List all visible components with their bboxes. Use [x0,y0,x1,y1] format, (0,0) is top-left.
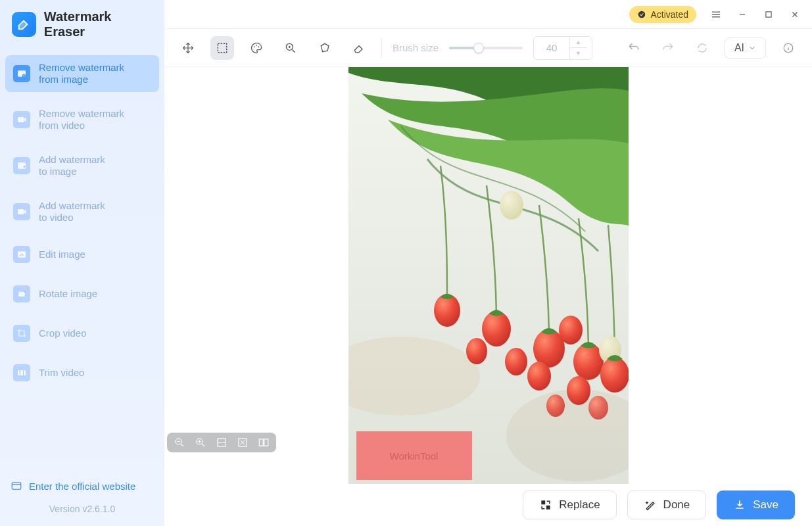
app-logo [12,12,36,37]
rectangle-select-tool[interactable] [210,36,234,60]
sidebar-item-edit-image[interactable]: Edit image [5,239,159,270]
image-preview[interactable]: WorkinTool [348,67,629,484]
sidebar-item-remove-watermark-image[interactable]: Remove watermark from image [5,55,159,92]
stepper-down[interactable]: ▼ [570,48,586,59]
zoom-in-button[interactable] [195,437,206,448]
undo-icon [627,41,640,55]
trim-video-icon [13,364,30,381]
sidebar-item-trim-video[interactable]: Trim video [5,358,159,388]
sidebar-item-label: Trim video [39,367,84,379]
menu-button[interactable] [709,8,723,21]
maximize-button[interactable] [762,8,775,21]
brush-size-slider[interactable] [449,47,523,49]
magnify-tool[interactable] [279,36,302,60]
svg-rect-6 [18,292,24,297]
ai-label: AI [734,42,744,54]
fit-window-button[interactable] [216,437,227,448]
sidebar-item-crop-video[interactable]: Crop video [5,318,159,348]
svg-point-28 [527,362,551,391]
browser-icon [11,480,22,492]
add-image-icon [13,157,30,174]
actual-size-button[interactable] [237,437,249,448]
undo-button[interactable] [622,36,646,60]
fit-window-icon [216,437,227,448]
brand: Watermark Eraser [0,0,164,49]
refresh-button[interactable] [690,36,714,60]
done-button[interactable]: Done [627,490,707,519]
sidebar-item-remove-watermark-video[interactable]: Remove watermark from video [5,101,159,138]
compare-icon [258,437,270,448]
brush-size-input[interactable]: ▲ ▼ [533,36,592,60]
slider-thumb[interactable] [473,43,484,53]
svg-point-9 [638,11,646,18]
toolbar-divider [381,39,382,57]
palette-icon [250,41,263,55]
svg-point-31 [567,376,590,405]
stepper-up[interactable]: ▲ [570,37,586,49]
strawberry-image [348,67,629,484]
svg-rect-4 [18,209,24,214]
titlebar: Activated [164,0,812,29]
version-label: Version v2.6.1.0 [11,504,154,514]
eraser-tool[interactable] [347,36,371,60]
selection-tools [176,36,371,60]
zoom-plus-icon [284,41,297,55]
close-button[interactable] [788,8,801,21]
sidebar-item-add-watermark-image[interactable]: Add watermark to image [5,147,159,184]
replace-button[interactable]: Replace [523,490,616,519]
add-video-icon [13,203,30,220]
redo-button[interactable] [656,36,680,60]
minimize-icon [738,10,747,19]
remove-image-icon [13,65,30,82]
svg-point-21 [482,311,511,347]
sidebar: Watermark Eraser Remove watermark from i… [0,0,164,526]
svg-point-33 [588,396,608,419]
minimize-button[interactable] [736,8,749,21]
ai-mode-select[interactable]: AI [725,37,766,59]
sidebar-item-rotate-image[interactable]: Rotate image [5,279,159,309]
polygon-icon [318,41,331,55]
refresh-icon [696,41,709,55]
zoom-out-button[interactable] [174,437,185,448]
sidebar-item-label: Remove watermark from image [39,62,124,85]
svg-rect-10 [766,11,771,16]
color-tool[interactable] [245,36,268,60]
watermark-text: WorkinTool [390,450,439,462]
svg-point-12 [254,46,255,47]
crop-video-icon [13,325,30,342]
sidebar-item-label: Rotate image [39,288,97,300]
replace-label: Replace [559,498,600,512]
actual-size-icon [237,437,249,448]
svg-rect-39 [264,439,268,446]
watermark-selection[interactable]: WorkinTool [356,431,472,480]
canvas-area: WorkinTool [164,67,812,484]
sidebar-item-label: Add watermark to image [39,154,105,178]
bottom-bar: Replace Done Save [164,484,812,526]
brush-size-field[interactable] [534,42,569,53]
compare-button[interactable] [258,437,270,448]
activated-badge[interactable]: Activated [629,6,696,23]
save-button[interactable]: Save [717,490,795,519]
info-button[interactable] [776,36,800,60]
zoom-in-icon [195,437,206,448]
toolbar: Brush size ▲ ▼ AI [164,29,812,67]
svg-point-27 [600,357,629,393]
sidebar-footer: Enter the official website Version v2.6.… [0,472,164,526]
chevron-down-icon [748,44,756,52]
replace-icon [539,498,552,512]
svg-rect-38 [259,439,263,446]
close-icon [790,10,800,19]
sidebar-item-add-watermark-video[interactable]: Add watermark to video [5,193,159,230]
info-icon [782,42,794,54]
lasso-tool[interactable] [313,36,337,60]
sidebar-item-label: Remove watermark from video [39,108,124,132]
official-website-link[interactable]: Enter the official website [11,480,154,492]
svg-point-14 [258,46,259,47]
done-label: Done [663,498,690,512]
move-tool[interactable] [176,36,200,60]
zoom-controls [167,433,276,452]
svg-point-29 [505,348,527,375]
svg-rect-8 [12,483,21,490]
check-circle-icon [637,10,646,19]
download-icon [733,498,746,512]
